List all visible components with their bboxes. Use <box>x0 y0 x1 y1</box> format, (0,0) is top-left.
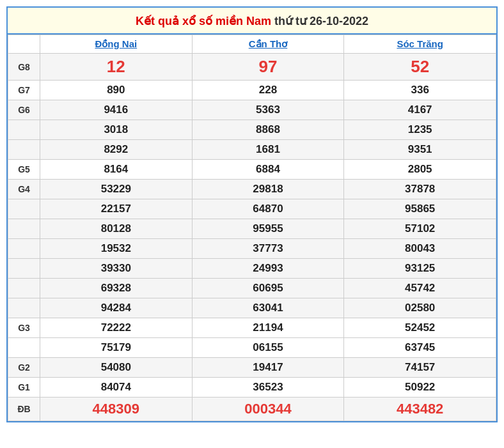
cantho-link[interactable]: Cần Thơ <box>249 38 288 49</box>
cell-value: 72222 <box>40 318 193 338</box>
row-label: G6 <box>8 100 40 120</box>
row-label: G8 <box>8 54 40 81</box>
cell-value: 1235 <box>344 120 496 140</box>
cell-value: 336 <box>344 81 496 100</box>
row-label: G2 <box>8 358 40 378</box>
cell-value: 75179 <box>40 338 193 358</box>
table-row: G5816468842805 <box>8 160 496 180</box>
row-label: G3 <box>8 318 40 338</box>
cell-value: 8868 <box>192 120 344 140</box>
cell-value: 3018 <box>40 120 193 140</box>
cell-value: 64870 <box>192 199 344 219</box>
title-kq: Kết quả xổ số miền Nam <box>136 15 271 27</box>
table-row: G6941653634167 <box>8 100 496 120</box>
cell-value: 45742 <box>344 279 496 298</box>
cell-value: 63745 <box>344 338 496 358</box>
cell-value: 21194 <box>192 318 344 338</box>
row-label: ĐB <box>8 398 40 421</box>
dongnai-link[interactable]: Đồng Nai <box>95 38 137 49</box>
title-ngay: thứ tư 26-10-2022 <box>271 15 368 27</box>
row-label: G4 <box>8 180 40 199</box>
cell-value: 94284 <box>40 298 193 318</box>
cell-value: 2805 <box>344 160 496 180</box>
table-row: G4532292981837878 <box>8 180 496 199</box>
cell-value: 29818 <box>192 180 344 199</box>
cell-value: 12 <box>40 54 193 81</box>
col-cantho: Cần Thơ <box>192 35 344 54</box>
cell-value: 80043 <box>344 239 496 259</box>
main-container: Kết quả xổ số miền Nam thứ tư 26-10-2022… <box>6 6 498 422</box>
col-dongnai: Đồng Nai <box>40 35 193 54</box>
col-soctrang: Sóc Trăng <box>344 35 496 54</box>
cell-value: 36523 <box>192 378 344 398</box>
cell-value: 37878 <box>344 180 496 199</box>
cell-value: 93125 <box>344 259 496 279</box>
table-row: 221576487095865 <box>8 199 496 219</box>
cell-value: 24993 <box>192 259 344 279</box>
cell-value: 54080 <box>40 358 193 378</box>
table-row: ĐB448309000344443482 <box>8 398 496 421</box>
row-label <box>8 120 40 140</box>
cell-value: 52452 <box>344 318 496 338</box>
row-label <box>8 279 40 298</box>
cell-value: 50922 <box>344 378 496 398</box>
row-label <box>8 199 40 219</box>
results-table: Đồng Nai Cần Thơ Sóc Trăng G8129752G7890… <box>8 35 496 421</box>
row-label <box>8 298 40 318</box>
cell-value: 000344 <box>192 398 344 421</box>
cell-value: 9351 <box>344 140 496 160</box>
cell-value: 228 <box>192 81 344 100</box>
cell-value: 9416 <box>40 100 193 120</box>
row-label <box>8 259 40 279</box>
table-row: 942846304102580 <box>8 298 496 318</box>
row-label: G1 <box>8 378 40 398</box>
cell-value: 4167 <box>344 100 496 120</box>
table-row: 751790615563745 <box>8 338 496 358</box>
cell-value: 8292 <box>40 140 193 160</box>
cell-value: 06155 <box>192 338 344 358</box>
cell-value: 60695 <box>192 279 344 298</box>
cell-value: 80128 <box>40 219 193 239</box>
row-label <box>8 219 40 239</box>
title-bar: Kết quả xổ số miền Nam thứ tư 26-10-2022 <box>8 8 496 35</box>
cell-value: 448309 <box>40 398 193 421</box>
cell-value: 1681 <box>192 140 344 160</box>
cell-value: 6884 <box>192 160 344 180</box>
table-row: G1840743652350922 <box>8 378 496 398</box>
soctrang-link[interactable]: Sóc Trăng <box>397 38 443 49</box>
cell-value: 5363 <box>192 100 344 120</box>
cell-value: 890 <box>40 81 193 100</box>
table-row: 801289595557102 <box>8 219 496 239</box>
cell-value: 95865 <box>344 199 496 219</box>
cell-value: 22157 <box>40 199 193 219</box>
col-empty <box>8 35 40 54</box>
table-row: G3722222119452452 <box>8 318 496 338</box>
table-row: G8129752 <box>8 54 496 81</box>
table-row: 829216819351 <box>8 140 496 160</box>
table-row: 195323777380043 <box>8 239 496 259</box>
table-row: 393302499393125 <box>8 259 496 279</box>
row-label: G7 <box>8 81 40 100</box>
cell-value: 69328 <box>40 279 193 298</box>
table-row: G7890228336 <box>8 81 496 100</box>
cell-value: 63041 <box>192 298 344 318</box>
cell-value: 02580 <box>344 298 496 318</box>
cell-value: 57102 <box>344 219 496 239</box>
cell-value: 84074 <box>40 378 193 398</box>
cell-value: 443482 <box>344 398 496 421</box>
cell-value: 8164 <box>40 160 193 180</box>
cell-value: 53229 <box>40 180 193 199</box>
cell-value: 37773 <box>192 239 344 259</box>
row-label: G5 <box>8 160 40 180</box>
row-label <box>8 338 40 358</box>
row-label <box>8 239 40 259</box>
cell-value: 39330 <box>40 259 193 279</box>
cell-value: 95955 <box>192 219 344 239</box>
cell-value: 19532 <box>40 239 193 259</box>
cell-value: 52 <box>344 54 496 81</box>
table-row: G2540801941774157 <box>8 358 496 378</box>
table-row: 301888681235 <box>8 120 496 140</box>
table-row: 693286069545742 <box>8 279 496 298</box>
row-label <box>8 140 40 160</box>
cell-value: 74157 <box>344 358 496 378</box>
